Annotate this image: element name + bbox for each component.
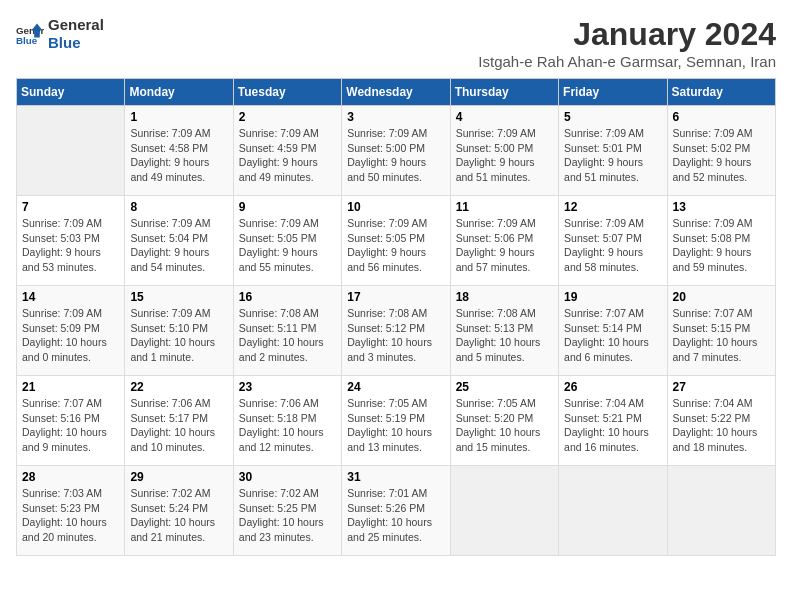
day-info: Sunrise: 7:05 AMSunset: 5:20 PMDaylight:… bbox=[456, 396, 553, 455]
day-info: Sunrise: 7:09 AMSunset: 5:03 PMDaylight:… bbox=[22, 216, 119, 275]
calendar-cell: 30Sunrise: 7:02 AMSunset: 5:25 PMDayligh… bbox=[233, 466, 341, 556]
calendar-cell: 20Sunrise: 7:07 AMSunset: 5:15 PMDayligh… bbox=[667, 286, 775, 376]
day-number: 5 bbox=[564, 110, 661, 124]
location-subtitle: Istgah-e Rah Ahan-e Garmsar, Semnan, Ira… bbox=[478, 53, 776, 70]
calendar-cell bbox=[667, 466, 775, 556]
day-number: 26 bbox=[564, 380, 661, 394]
weekday-header-tuesday: Tuesday bbox=[233, 79, 341, 106]
weekday-header-friday: Friday bbox=[559, 79, 667, 106]
day-number: 31 bbox=[347, 470, 444, 484]
day-number: 15 bbox=[130, 290, 227, 304]
weekday-header-saturday: Saturday bbox=[667, 79, 775, 106]
month-title: January 2024 bbox=[478, 16, 776, 53]
calendar-cell: 11Sunrise: 7:09 AMSunset: 5:06 PMDayligh… bbox=[450, 196, 558, 286]
day-info: Sunrise: 7:08 AMSunset: 5:12 PMDaylight:… bbox=[347, 306, 444, 365]
calendar-cell: 29Sunrise: 7:02 AMSunset: 5:24 PMDayligh… bbox=[125, 466, 233, 556]
weekday-header-wednesday: Wednesday bbox=[342, 79, 450, 106]
day-info: Sunrise: 7:09 AMSunset: 5:01 PMDaylight:… bbox=[564, 126, 661, 185]
day-info: Sunrise: 7:09 AMSunset: 5:05 PMDaylight:… bbox=[347, 216, 444, 275]
day-number: 7 bbox=[22, 200, 119, 214]
calendar-cell: 23Sunrise: 7:06 AMSunset: 5:18 PMDayligh… bbox=[233, 376, 341, 466]
weekday-header-thursday: Thursday bbox=[450, 79, 558, 106]
day-number: 30 bbox=[239, 470, 336, 484]
calendar-cell: 28Sunrise: 7:03 AMSunset: 5:23 PMDayligh… bbox=[17, 466, 125, 556]
weekday-header-sunday: Sunday bbox=[17, 79, 125, 106]
day-info: Sunrise: 7:07 AMSunset: 5:16 PMDaylight:… bbox=[22, 396, 119, 455]
day-info: Sunrise: 7:09 AMSunset: 5:00 PMDaylight:… bbox=[347, 126, 444, 185]
day-info: Sunrise: 7:04 AMSunset: 5:22 PMDaylight:… bbox=[673, 396, 770, 455]
day-info: Sunrise: 7:09 AMSunset: 5:07 PMDaylight:… bbox=[564, 216, 661, 275]
day-info: Sunrise: 7:09 AMSunset: 4:58 PMDaylight:… bbox=[130, 126, 227, 185]
calendar-cell: 10Sunrise: 7:09 AMSunset: 5:05 PMDayligh… bbox=[342, 196, 450, 286]
day-number: 6 bbox=[673, 110, 770, 124]
calendar-cell bbox=[450, 466, 558, 556]
day-info: Sunrise: 7:09 AMSunset: 5:09 PMDaylight:… bbox=[22, 306, 119, 365]
day-number: 22 bbox=[130, 380, 227, 394]
logo: General Blue General Blue bbox=[16, 16, 104, 52]
calendar-cell: 14Sunrise: 7:09 AMSunset: 5:09 PMDayligh… bbox=[17, 286, 125, 376]
day-info: Sunrise: 7:04 AMSunset: 5:21 PMDaylight:… bbox=[564, 396, 661, 455]
calendar-cell: 4Sunrise: 7:09 AMSunset: 5:00 PMDaylight… bbox=[450, 106, 558, 196]
day-info: Sunrise: 7:02 AMSunset: 5:24 PMDaylight:… bbox=[130, 486, 227, 545]
calendar-cell: 17Sunrise: 7:08 AMSunset: 5:12 PMDayligh… bbox=[342, 286, 450, 376]
logo-general: General bbox=[48, 16, 104, 34]
calendar-cell: 22Sunrise: 7:06 AMSunset: 5:17 PMDayligh… bbox=[125, 376, 233, 466]
day-number: 2 bbox=[239, 110, 336, 124]
day-info: Sunrise: 7:09 AMSunset: 5:02 PMDaylight:… bbox=[673, 126, 770, 185]
day-info: Sunrise: 7:07 AMSunset: 5:14 PMDaylight:… bbox=[564, 306, 661, 365]
day-info: Sunrise: 7:09 AMSunset: 5:08 PMDaylight:… bbox=[673, 216, 770, 275]
day-number: 20 bbox=[673, 290, 770, 304]
calendar-week-row: 1Sunrise: 7:09 AMSunset: 4:58 PMDaylight… bbox=[17, 106, 776, 196]
day-info: Sunrise: 7:05 AMSunset: 5:19 PMDaylight:… bbox=[347, 396, 444, 455]
day-number: 14 bbox=[22, 290, 119, 304]
day-number: 12 bbox=[564, 200, 661, 214]
logo-blue: Blue bbox=[48, 34, 104, 52]
title-area: January 2024 Istgah-e Rah Ahan-e Garmsar… bbox=[478, 16, 776, 70]
day-number: 24 bbox=[347, 380, 444, 394]
day-number: 3 bbox=[347, 110, 444, 124]
calendar-cell: 5Sunrise: 7:09 AMSunset: 5:01 PMDaylight… bbox=[559, 106, 667, 196]
day-number: 29 bbox=[130, 470, 227, 484]
logo-icon: General Blue bbox=[16, 20, 44, 48]
calendar-cell: 24Sunrise: 7:05 AMSunset: 5:19 PMDayligh… bbox=[342, 376, 450, 466]
calendar-cell: 31Sunrise: 7:01 AMSunset: 5:26 PMDayligh… bbox=[342, 466, 450, 556]
calendar-cell: 16Sunrise: 7:08 AMSunset: 5:11 PMDayligh… bbox=[233, 286, 341, 376]
day-info: Sunrise: 7:09 AMSunset: 5:10 PMDaylight:… bbox=[130, 306, 227, 365]
day-number: 27 bbox=[673, 380, 770, 394]
calendar-table: SundayMondayTuesdayWednesdayThursdayFrid… bbox=[16, 78, 776, 556]
day-number: 4 bbox=[456, 110, 553, 124]
day-number: 11 bbox=[456, 200, 553, 214]
calendar-cell: 19Sunrise: 7:07 AMSunset: 5:14 PMDayligh… bbox=[559, 286, 667, 376]
day-number: 25 bbox=[456, 380, 553, 394]
calendar-cell: 2Sunrise: 7:09 AMSunset: 4:59 PMDaylight… bbox=[233, 106, 341, 196]
calendar-week-row: 14Sunrise: 7:09 AMSunset: 5:09 PMDayligh… bbox=[17, 286, 776, 376]
day-info: Sunrise: 7:09 AMSunset: 5:00 PMDaylight:… bbox=[456, 126, 553, 185]
page-header: General Blue General Blue January 2024 I… bbox=[16, 16, 776, 70]
day-number: 1 bbox=[130, 110, 227, 124]
calendar-cell: 7Sunrise: 7:09 AMSunset: 5:03 PMDaylight… bbox=[17, 196, 125, 286]
calendar-cell: 12Sunrise: 7:09 AMSunset: 5:07 PMDayligh… bbox=[559, 196, 667, 286]
weekday-header-monday: Monday bbox=[125, 79, 233, 106]
calendar-cell: 15Sunrise: 7:09 AMSunset: 5:10 PMDayligh… bbox=[125, 286, 233, 376]
day-number: 19 bbox=[564, 290, 661, 304]
calendar-cell: 27Sunrise: 7:04 AMSunset: 5:22 PMDayligh… bbox=[667, 376, 775, 466]
calendar-cell bbox=[559, 466, 667, 556]
calendar-cell bbox=[17, 106, 125, 196]
day-number: 9 bbox=[239, 200, 336, 214]
day-info: Sunrise: 7:02 AMSunset: 5:25 PMDaylight:… bbox=[239, 486, 336, 545]
day-info: Sunrise: 7:07 AMSunset: 5:15 PMDaylight:… bbox=[673, 306, 770, 365]
calendar-header-row: SundayMondayTuesdayWednesdayThursdayFrid… bbox=[17, 79, 776, 106]
calendar-week-row: 21Sunrise: 7:07 AMSunset: 5:16 PMDayligh… bbox=[17, 376, 776, 466]
calendar-cell: 3Sunrise: 7:09 AMSunset: 5:00 PMDaylight… bbox=[342, 106, 450, 196]
day-number: 28 bbox=[22, 470, 119, 484]
day-number: 8 bbox=[130, 200, 227, 214]
day-number: 17 bbox=[347, 290, 444, 304]
day-number: 23 bbox=[239, 380, 336, 394]
calendar-cell: 13Sunrise: 7:09 AMSunset: 5:08 PMDayligh… bbox=[667, 196, 775, 286]
calendar-cell: 21Sunrise: 7:07 AMSunset: 5:16 PMDayligh… bbox=[17, 376, 125, 466]
day-number: 10 bbox=[347, 200, 444, 214]
calendar-week-row: 7Sunrise: 7:09 AMSunset: 5:03 PMDaylight… bbox=[17, 196, 776, 286]
day-info: Sunrise: 7:09 AMSunset: 5:06 PMDaylight:… bbox=[456, 216, 553, 275]
day-info: Sunrise: 7:06 AMSunset: 5:18 PMDaylight:… bbox=[239, 396, 336, 455]
day-info: Sunrise: 7:03 AMSunset: 5:23 PMDaylight:… bbox=[22, 486, 119, 545]
